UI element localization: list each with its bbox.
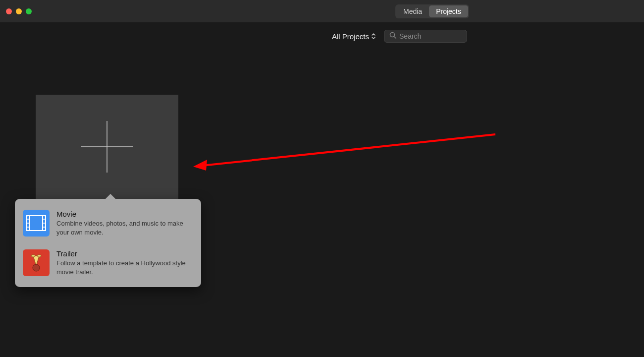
- movie-icon: [23, 210, 50, 237]
- svg-point-13: [31, 255, 35, 257]
- tab-media[interactable]: Media: [396, 5, 429, 17]
- popover-movie-text: Movie Combine videos, photos, and music …: [56, 210, 193, 237]
- tab-projects[interactable]: Projects: [429, 5, 468, 17]
- svg-point-14: [37, 255, 41, 257]
- view-segmented-control: Media Projects: [395, 4, 469, 18]
- window-controls: [6, 8, 32, 14]
- popover-trailer-text: Trailer Follow a template to create a Ho…: [56, 249, 193, 276]
- svg-marker-17: [193, 160, 207, 171]
- plus-icon: [81, 121, 133, 173]
- annotation-arrow: [193, 132, 500, 178]
- filter-label: All Projects: [332, 32, 369, 41]
- search-icon: [389, 32, 396, 41]
- content-area: Movie Combine videos, photos, and music …: [0, 50, 644, 90]
- new-project-popover: Movie Combine videos, photos, and music …: [15, 199, 201, 287]
- svg-line-1: [394, 37, 396, 39]
- new-project-tile[interactable]: [36, 95, 178, 199]
- popover-item-movie[interactable]: Movie Combine videos, photos, and music …: [23, 208, 193, 238]
- svg-line-16: [202, 134, 495, 166]
- search-field[interactable]: [384, 30, 467, 43]
- minimize-window-button[interactable]: [16, 8, 22, 14]
- popover-item-trailer[interactable]: Trailer Follow a template to create a Ho…: [23, 247, 193, 278]
- svg-point-15: [33, 264, 40, 271]
- projects-filter-dropdown[interactable]: All Projects: [332, 32, 376, 41]
- close-window-button[interactable]: [6, 8, 12, 14]
- toolbar: All Projects: [0, 22, 644, 50]
- chevron-updown-icon: [371, 33, 376, 40]
- popover-trailer-desc: Follow a template to create a Hollywood …: [56, 259, 193, 276]
- trailer-icon: [23, 249, 50, 276]
- maximize-window-button[interactable]: [26, 8, 32, 14]
- popover-movie-title: Movie: [56, 210, 193, 218]
- popover-trailer-title: Trailer: [56, 249, 193, 258]
- popover-movie-desc: Combine videos, photos, and music to mak…: [56, 219, 193, 237]
- search-input[interactable]: [399, 32, 462, 40]
- titlebar: Media Projects: [0, 0, 644, 22]
